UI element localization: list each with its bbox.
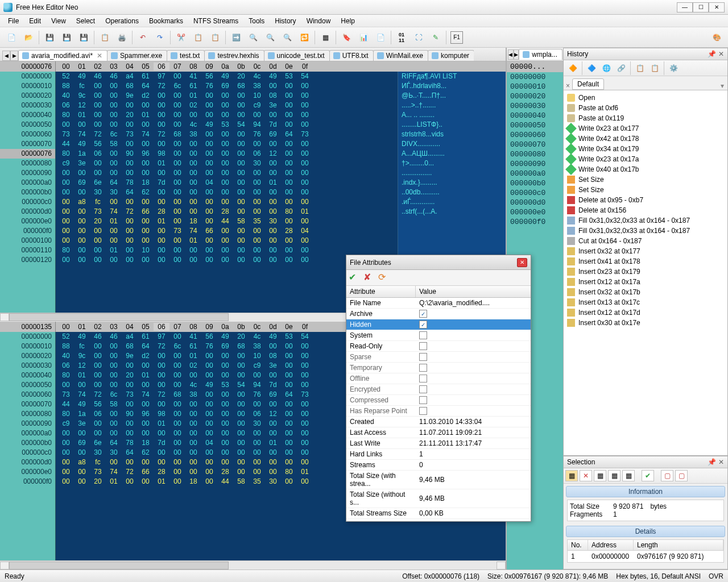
checkbox-icon[interactable] (419, 342, 427, 350)
find-next-icon[interactable]: 🔍 (262, 30, 278, 45)
history-tab-default[interactable]: Default (572, 78, 604, 90)
checkbox-icon[interactable] (419, 385, 427, 393)
fa-row-compressed[interactable]: Compressed (346, 395, 531, 406)
fa-row-has-reparse-point[interactable]: Has Reparse Point (346, 406, 531, 417)
sel-tool-6-icon[interactable]: ✔ (642, 470, 654, 481)
copy-icon[interactable]: 📋 (190, 30, 206, 45)
sel-tool-3-icon[interactable]: ▦ (594, 470, 606, 481)
fa-row-last-write[interactable]: Last Write21.11.2011 13:17:47 (346, 438, 531, 449)
history-item[interactable]: Insert 0x12 at 0x17a (567, 277, 724, 287)
history-item[interactable]: Insert 0x12 at 0x17d (567, 307, 724, 318)
history-item[interactable]: Paste at 0x119 (567, 113, 724, 123)
fa-refresh-icon[interactable]: ⟳ (378, 272, 391, 284)
hist-tool-2-icon[interactable]: 🔷 (585, 62, 598, 74)
menu-item-bookmarks[interactable]: Bookmarks (144, 16, 188, 26)
history-item[interactable]: Write 0x23 at 0x17a (567, 154, 724, 164)
menu-item-window[interactable]: Window (302, 16, 336, 26)
history-item[interactable]: Insert 0x23 at 0x179 (567, 267, 724, 277)
maximize-button[interactable]: ☐ (693, 2, 709, 13)
save-all-icon[interactable]: 💾 (76, 30, 92, 45)
sel-tool-7-icon[interactable]: ▢ (661, 470, 673, 481)
sec-tab-label[interactable]: wmpla... (532, 51, 557, 59)
struct-icon[interactable]: 📊 (355, 30, 371, 45)
sec-tab-prev-icon[interactable]: ◀ (508, 49, 514, 60)
cut-icon[interactable]: ✂️ (173, 30, 189, 45)
hist-tool-4-icon[interactable]: 🔗 (614, 62, 628, 74)
panel-close-icon[interactable]: ✕ (718, 50, 724, 58)
fa-row-total-size-with-strea-[interactable]: Total Size (with strea...9,46 MB (346, 471, 531, 489)
sel-row[interactable]: 1 0x00000000 0x976167 (9 920 871) (568, 552, 723, 561)
find-prev-icon[interactable]: 🔍 (279, 30, 295, 45)
panel-close-icon[interactable]: ✕ (718, 458, 724, 466)
fa-row-hidden[interactable]: Hidden✓ (346, 319, 531, 330)
history-item[interactable]: Insert 0x32 at 0x177 (567, 246, 724, 256)
undo-icon[interactable]: ↶ (135, 30, 151, 45)
expand-icon[interactable]: ⛶ (411, 30, 427, 45)
history-item[interactable]: Set Size (567, 185, 724, 195)
menu-item-help[interactable]: Help (336, 16, 359, 26)
sel-tool-4-icon[interactable]: ▦ (608, 470, 621, 481)
redo-icon[interactable]: ↷ (152, 30, 168, 45)
fa-cancel-icon[interactable]: ✘ (363, 272, 376, 284)
pin-icon[interactable]: 📌 (708, 50, 716, 58)
tab-file[interactable]: WinMail.exe (373, 50, 428, 61)
tab-close-icon[interactable]: ✕ (97, 52, 102, 60)
grid-icon[interactable]: ▦ (317, 30, 333, 45)
save-as-icon[interactable]: 💾 (59, 30, 75, 45)
history-item[interactable]: Insert 0x30 at 0x17e (567, 318, 724, 328)
fa-row-streams[interactable]: Streams0 (346, 460, 531, 471)
history-item[interactable]: Fill 0x31,0x32,0x33 at 0x164 - 0x187 (567, 226, 724, 236)
checkbox-icon[interactable] (419, 353, 427, 361)
sel-col-addr[interactable]: Address (588, 540, 634, 550)
paste-icon[interactable]: 📋 (207, 30, 223, 45)
menu-item-history[interactable]: History (270, 16, 300, 26)
history-item[interactable]: Write 0x42 at 0x178 (567, 134, 724, 144)
new-file-icon[interactable]: 📄 (3, 30, 19, 45)
tab-file[interactable]: komputer (428, 50, 474, 61)
history-item[interactable]: Paste at 0xf6 (567, 103, 724, 113)
checkbox-icon[interactable]: ✓ (419, 321, 427, 329)
fa-row-temporary[interactable]: Temporary (346, 363, 531, 373)
fa-row-archive[interactable]: Archive✓ (346, 309, 531, 319)
fa-row-total-size-without-s-[interactable]: Total Size (without s...9,46 MB (346, 489, 531, 508)
tab-prev-icon[interactable]: ◀ (2, 51, 10, 61)
sel-tool-1-icon[interactable]: ▦ (565, 470, 578, 481)
checkbox-icon[interactable] (419, 396, 427, 404)
find-icon[interactable]: 🔍 (245, 30, 261, 45)
history-item[interactable]: Write 0x23 at 0x177 (567, 123, 724, 134)
sec-tab-next-icon[interactable]: ▶ (514, 49, 519, 60)
file-attributes-dialog[interactable]: File Attributes ✕ ✔ ✘ ⟳ Attribute Value … (346, 255, 531, 522)
history-item[interactable]: Cut at 0x164 - 0x187 (567, 236, 724, 246)
checkbox-icon[interactable] (419, 375, 427, 383)
hist-tool-3-icon[interactable]: 🌐 (599, 62, 613, 74)
marker-icon[interactable]: ✎ (428, 30, 444, 45)
fa-row-file-name[interactable]: File NameQ:\2\avaria_modified.... (346, 298, 531, 309)
save-icon[interactable]: 💾 (42, 30, 57, 45)
fa-row-encrypted[interactable]: Encrypted (346, 384, 531, 395)
fa-row-read-only[interactable]: Read-Only (346, 341, 531, 352)
open-file-icon[interactable]: 📂 (20, 30, 36, 45)
checkbox-icon[interactable] (419, 364, 427, 372)
fa-col-value[interactable]: Value (416, 286, 531, 297)
sel-tool-5-icon[interactable]: ▦ (622, 470, 635, 481)
close-button[interactable]: ✕ (709, 2, 725, 13)
fa-row-created[interactable]: Created11.03.2010 14:33:04 (346, 417, 531, 427)
tab-file[interactable]: avaria_modified.avi* ✕ (18, 50, 107, 61)
history-item[interactable]: Insert 0x13 at 0x17c (567, 297, 724, 307)
doc-icon[interactable]: 📋 (97, 30, 113, 45)
sel-tool-2-icon[interactable]: ✕ (580, 470, 592, 481)
menu-item-view[interactable]: View (47, 16, 71, 26)
print-icon[interactable]: 🖨️ (114, 30, 130, 45)
menu-item-select[interactable]: Select (72, 16, 100, 26)
replace-icon[interactable]: 🔁 (296, 30, 312, 45)
bookmark-icon[interactable]: 🔖 (338, 30, 354, 45)
menu-item-edit[interactable]: Edit (24, 16, 46, 26)
tab-file[interactable]: test.txt (167, 50, 205, 61)
checkbox-icon[interactable] (419, 407, 427, 415)
minimize-button[interactable]: — (677, 2, 693, 13)
fa-col-attribute[interactable]: Attribute (346, 286, 416, 297)
fa-row-total-streams-size[interactable]: Total Streams Size0,00 KB (346, 508, 531, 519)
fa-row-offline[interactable]: Offline (346, 373, 531, 384)
tab-next-icon[interactable]: ▶ (10, 51, 18, 61)
menu-item-ntfs-streams[interactable]: NTFS Streams (189, 16, 243, 26)
